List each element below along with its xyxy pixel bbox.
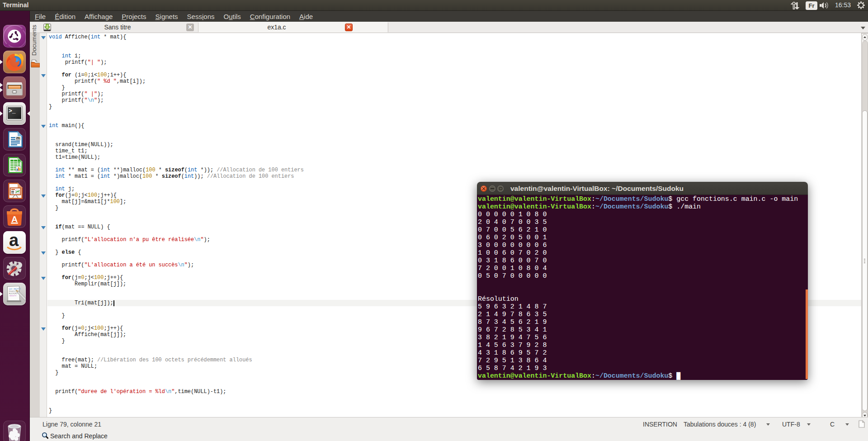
svg-text:return: return (9, 294, 16, 297)
svg-text:A: A (11, 214, 18, 224)
